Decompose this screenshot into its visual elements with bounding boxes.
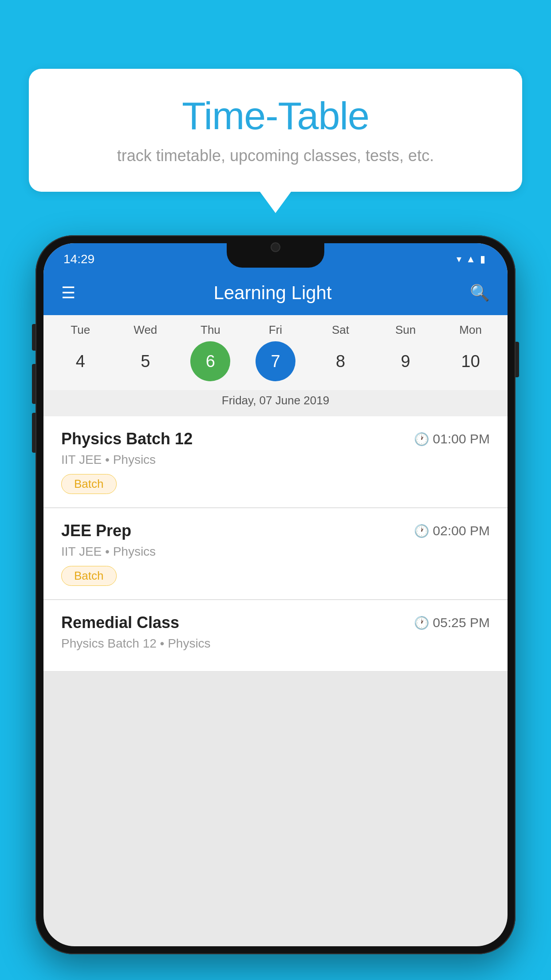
phone-screen: 14:29 ▾ ▲ ▮ ☰ Learning Light 🔍 Tue Wed T…	[43, 243, 508, 946]
class-item-jee-prep[interactable]: JEE Prep 🕐 02:00 PM IIT JEE • Physics Ba…	[43, 508, 508, 600]
clock-icon-2: 🕐	[414, 524, 429, 538]
wifi-icon: ▾	[457, 253, 461, 265]
day-8[interactable]: 8	[321, 341, 361, 381]
class-item-header-2: JEE Prep 🕐 02:00 PM	[61, 522, 490, 540]
day-label-mon: Mon	[451, 323, 491, 337]
class-item-remedial[interactable]: Remedial Class 🕐 05:25 PM Physics Batch …	[43, 600, 508, 672]
class-name-3: Remedial Class	[61, 613, 179, 632]
class-name-1: Physics Batch 12	[61, 430, 193, 448]
day-label-fri: Fri	[256, 323, 295, 337]
phone-button-power	[516, 342, 519, 377]
class-list: Physics Batch 12 🕐 01:00 PM IIT JEE • Ph…	[43, 416, 508, 672]
day-9[interactable]: 9	[386, 341, 425, 381]
day-label-thu: Thu	[190, 323, 230, 337]
batch-tag-2: Batch	[61, 566, 117, 586]
phone-button-vol-down	[32, 413, 35, 453]
phone-frame: 14:29 ▾ ▲ ▮ ☰ Learning Light 🔍 Tue Wed T…	[35, 235, 516, 954]
phone-button-vol-up	[32, 364, 35, 404]
day-7-selected[interactable]: 7	[256, 341, 295, 381]
class-meta-2: IIT JEE • Physics	[61, 545, 490, 559]
battery-icon: ▮	[480, 253, 485, 265]
status-icons: ▾ ▲ ▮	[457, 253, 485, 265]
day-6-today[interactable]: 6	[190, 341, 230, 381]
day-10[interactable]: 10	[451, 341, 491, 381]
class-time-1: 🕐 01:00 PM	[414, 431, 490, 447]
class-time-text-2: 02:00 PM	[433, 523, 490, 538]
class-meta-3: Physics Batch 12 • Physics	[61, 636, 490, 651]
signal-icon: ▲	[466, 253, 476, 265]
clock-icon-1: 🕐	[414, 432, 429, 447]
class-time-text-1: 01:00 PM	[433, 431, 490, 447]
day-numbers: 4 5 6 7 8 9 10	[43, 341, 508, 390]
phone-container: 14:29 ▾ ▲ ▮ ☰ Learning Light 🔍 Tue Wed T…	[35, 235, 516, 980]
class-time-2: 🕐 02:00 PM	[414, 523, 490, 538]
clock-icon-3: 🕐	[414, 616, 429, 630]
day-5[interactable]: 5	[126, 341, 165, 381]
bubble-subtitle: track timetable, upcoming classes, tests…	[55, 146, 496, 165]
hamburger-icon[interactable]: ☰	[61, 285, 75, 301]
speech-bubble: Time-Table track timetable, upcoming cla…	[29, 69, 522, 192]
day-label-wed: Wed	[126, 323, 165, 337]
class-item-header-1: Physics Batch 12 🕐 01:00 PM	[61, 430, 490, 448]
selected-date-label: Friday, 07 June 2019	[43, 390, 508, 416]
day-label-sat: Sat	[321, 323, 361, 337]
day-label-sun: Sun	[386, 323, 425, 337]
app-bar-title: Learning Light	[75, 282, 470, 304]
speech-bubble-container: Time-Table track timetable, upcoming cla…	[29, 69, 522, 192]
calendar-strip: Tue Wed Thu Fri Sat Sun Mon 4 5 6 7 8 9 …	[43, 315, 508, 416]
batch-tag-1: Batch	[61, 474, 117, 494]
phone-button-silent	[32, 324, 35, 351]
class-name-2: JEE Prep	[61, 522, 131, 540]
day-4[interactable]: 4	[60, 341, 100, 381]
class-time-text-3: 05:25 PM	[433, 615, 490, 630]
status-time: 14:29	[63, 252, 94, 266]
class-time-3: 🕐 05:25 PM	[414, 615, 490, 630]
bubble-title: Time-Table	[55, 93, 496, 138]
day-label-tue: Tue	[60, 323, 100, 337]
class-item-header-3: Remedial Class 🕐 05:25 PM	[61, 613, 490, 632]
search-icon[interactable]: 🔍	[470, 284, 490, 302]
day-headers: Tue Wed Thu Fri Sat Sun Mon	[43, 323, 508, 341]
phone-camera	[271, 242, 280, 252]
class-meta-1: IIT JEE • Physics	[61, 453, 490, 467]
class-item-physics-batch-12[interactable]: Physics Batch 12 🕐 01:00 PM IIT JEE • Ph…	[43, 416, 508, 508]
app-bar: ☰ Learning Light 🔍	[43, 271, 508, 315]
